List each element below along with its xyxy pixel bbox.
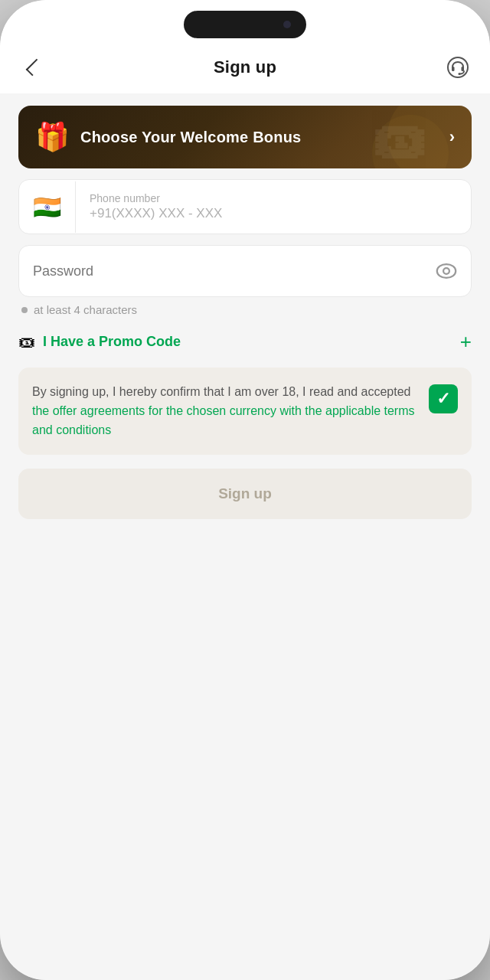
password-input-container: [18, 245, 472, 297]
svg-rect-2: [462, 67, 465, 71]
password-input[interactable]: [33, 263, 436, 279]
welcome-bonus-banner[interactable]: 🎟 🎁 Choose Your Welcome Bonus ›: [18, 106, 472, 168]
svg-point-4: [437, 264, 456, 278]
bonus-banner-text: Choose Your Welcome Bonus: [80, 129, 443, 146]
terms-box: By signing up, I hereby confirm that I a…: [18, 368, 472, 455]
phone-input-field[interactable]: Phone number +91(XXXX) XXX - XXX: [76, 180, 471, 234]
hint-dot-icon: [21, 307, 28, 313]
eye-icon[interactable]: [436, 263, 457, 279]
terms-text-before: By signing up, I hereby confirm that I a…: [32, 385, 411, 398]
terms-text: By signing up, I hereby confirm that I a…: [32, 383, 416, 439]
promo-code-row: 🎟 I Have a Promo Code +: [18, 327, 472, 357]
svg-point-3: [459, 73, 461, 75]
support-button[interactable]: [444, 54, 472, 81]
terms-link[interactable]: the offer agreements for the chosen curr…: [32, 404, 415, 436]
page-title: Sign up: [214, 57, 276, 77]
svg-point-5: [443, 268, 449, 274]
svg-point-0: [448, 57, 468, 77]
phone-label: Phone number: [90, 192, 457, 204]
password-hint: at least 4 characters: [18, 303, 472, 316]
country-selector[interactable]: 🇮🇳: [19, 181, 76, 233]
country-flag: 🇮🇳: [33, 194, 61, 220]
signup-button[interactable]: Sign up: [18, 469, 472, 519]
phone-placeholder: +91(XXXX) XXX - XXX: [90, 206, 457, 221]
back-button[interactable]: [18, 54, 46, 81]
bonus-arrow-icon: ›: [449, 127, 455, 147]
svg-rect-1: [452, 67, 455, 71]
gift-icon: 🎁: [35, 121, 70, 153]
phone-input-container: 🇮🇳 Phone number +91(XXXX) XXX - XXX: [18, 179, 472, 234]
checkmark-icon: ✓: [436, 390, 450, 407]
ticket-icon: 🎟: [18, 332, 35, 352]
password-hint-text: at least 4 characters: [34, 303, 137, 316]
content-area: 🎟 🎁 Choose Your Welcome Bonus › 🇮🇳 Phone…: [0, 93, 490, 980]
promo-code-button[interactable]: I Have a Promo Code: [43, 334, 452, 350]
terms-checkbox[interactable]: ✓: [429, 384, 458, 413]
promo-plus-icon[interactable]: +: [460, 330, 472, 354]
headset-icon: [446, 55, 470, 80]
